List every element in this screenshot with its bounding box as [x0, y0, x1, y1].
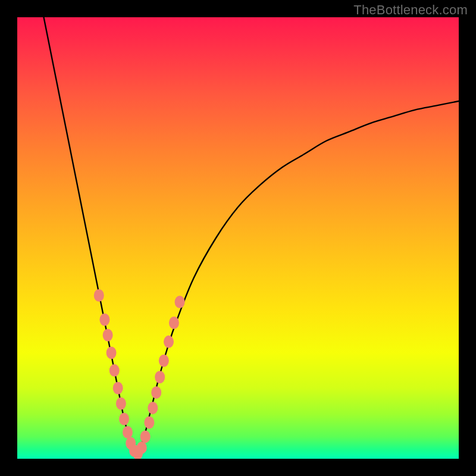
data-marker	[151, 386, 161, 399]
data-marker	[107, 346, 117, 359]
data-marker	[169, 317, 179, 329]
chart-frame: TheBottleneck.com	[0, 0, 476, 476]
data-marker	[123, 426, 133, 439]
data-marker	[155, 371, 165, 383]
chart-svg	[17, 17, 459, 459]
data-marker	[94, 289, 104, 302]
data-marker	[137, 441, 147, 454]
data-marker	[164, 336, 174, 348]
curve-right-branch	[136, 101, 459, 455]
watermark-text: TheBottleneck.com	[353, 2, 468, 18]
data-marker	[103, 329, 113, 342]
data-marker	[148, 402, 158, 414]
data-marker	[116, 397, 126, 410]
data-marker	[175, 296, 185, 308]
data-marker	[119, 413, 129, 425]
data-marker	[159, 355, 169, 367]
data-markers	[94, 289, 185, 459]
data-marker	[113, 382, 123, 394]
data-marker	[140, 430, 151, 443]
data-marker	[99, 314, 109, 326]
data-marker	[109, 364, 120, 377]
plot-area	[17, 17, 459, 459]
data-marker	[144, 416, 154, 429]
